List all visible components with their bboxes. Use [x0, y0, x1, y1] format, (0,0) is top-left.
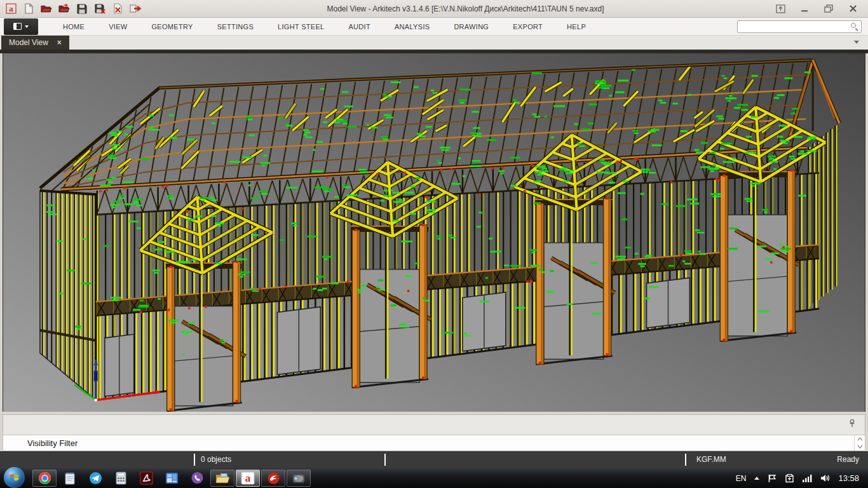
menu-item-settings[interactable]: SETTINGS [205, 18, 266, 35]
taskbar-app-red-media-app[interactable] [261, 470, 285, 487]
menu-item-home[interactable]: HOME [51, 18, 97, 35]
app-menu-icon [13, 23, 22, 30]
open-file-icon[interactable] [41, 3, 52, 15]
menu-item-help[interactable]: HELP [555, 18, 598, 35]
new-file-icon[interactable] [23, 3, 34, 15]
taskbar-app-game-app[interactable] [287, 470, 311, 487]
tab-model-view[interactable]: Model View × [1, 36, 69, 50]
volume-icon[interactable] [820, 474, 830, 482]
search-input[interactable] [737, 20, 862, 33]
statusbar-separator [194, 454, 195, 466]
taskbar-apps: a [32, 470, 311, 487]
start-button[interactable] [4, 467, 25, 488]
import-file-icon[interactable] [58, 3, 70, 15]
windows-update-icon[interactable] [785, 474, 794, 483]
window-controls [775, 4, 868, 13]
pin-icon[interactable] [848, 419, 856, 428]
menu-item-geometry[interactable]: GEOMETRY [140, 18, 205, 35]
search-box [737, 20, 862, 33]
model-viewport[interactable] [3, 53, 865, 412]
scroll-up-icon[interactable] [855, 435, 865, 443]
menu-item-view[interactable]: VIEW [97, 18, 139, 35]
taskbar-app-acrobat[interactable] [134, 470, 158, 487]
menu-item-drawing[interactable]: DRAWING [442, 18, 501, 35]
statusbar-separator [384, 454, 386, 466]
taskbar-app-explorer[interactable] [210, 470, 234, 487]
export-file-icon[interactable] [130, 3, 141, 15]
menu-item-light-steel[interactable]: LIGHT STEEL [266, 18, 336, 35]
hidden-icons-chevron-icon[interactable] [754, 477, 759, 480]
system-tray: EN 13:58 [736, 473, 868, 483]
menu-item-audit[interactable]: AUDIT [336, 18, 383, 35]
bottom-dock-panel [3, 414, 865, 435]
save-as-icon[interactable] [94, 3, 105, 15]
tab-list-dropdown-icon[interactable] [854, 41, 859, 44]
status-text: Ready [837, 455, 859, 464]
units-indicator[interactable]: KGF.MM [696, 455, 726, 464]
statusbar-separator [685, 454, 686, 466]
taskbar-app-notes[interactable] [58, 470, 82, 487]
chevron-down-icon [25, 25, 29, 28]
search-icon[interactable] [851, 23, 858, 30]
windows-logo-icon [9, 472, 20, 483]
taskbar-app-chrome[interactable] [32, 470, 57, 487]
panel-spinner [854, 435, 865, 451]
network-signal-icon[interactable] [803, 474, 812, 482]
status-bar: 0 objects KGF.MM Ready [0, 451, 868, 468]
taskbar-app-viber[interactable] [185, 470, 209, 487]
minimize-icon[interactable] [799, 4, 810, 13]
restore-icon[interactable] [824, 4, 834, 13]
float-window-icon[interactable] [775, 4, 785, 13]
steel-frame-model [3, 53, 865, 412]
menu-bar: HOMEVIEWGEOMETRYSETTINGSLIGHT STEELAUDIT… [0, 18, 868, 36]
close-file-icon[interactable] [112, 3, 123, 15]
tab-bar: Model View × [0, 36, 868, 50]
quick-access-toolbar: a [0, 3, 156, 15]
selection-count: 0 objects [201, 455, 231, 464]
save-icon[interactable] [76, 3, 88, 15]
arkitech-logo-icon[interactable]: a [5, 3, 17, 15]
visibility-filter-row[interactable]: Visibility Filter [3, 435, 865, 451]
scroll-down-icon[interactable] [855, 443, 865, 451]
language-indicator[interactable]: EN [736, 474, 747, 483]
title-bar: a Model View - Arkitech v3.1.4.6 [E:\V.N… [0, 0, 868, 18]
app-menu-button[interactable] [4, 18, 38, 35]
tab-label: Model View [9, 38, 48, 47]
main-menu: HOMEVIEWGEOMETRYSETTINGSLIGHT STEELAUDIT… [51, 18, 598, 35]
taskbar-app-blue-tiles-app[interactable] [159, 470, 184, 487]
visibility-filter-label: Visibility Filter [3, 438, 78, 448]
taskbar-app-calculator[interactable] [109, 470, 133, 487]
taskbar-app-arkitech[interactable]: a [236, 470, 260, 487]
tab-close-icon[interactable]: × [57, 38, 62, 47]
close-icon[interactable] [848, 4, 858, 13]
taskbar: a EN 13:58 [0, 468, 868, 488]
menu-item-export[interactable]: EXPORT [501, 18, 555, 35]
svg-text:a: a [9, 4, 13, 13]
taskbar-app-telegram[interactable] [83, 470, 107, 487]
menu-item-analysis[interactable]: ANALYSIS [383, 18, 442, 35]
window-title: Model View - Arkitech v3.1.4.6 [E:\V.N.N… [156, 4, 775, 13]
svg-text:a: a [245, 472, 251, 484]
action-center-flag-icon[interactable] [768, 474, 776, 483]
app-window: a Model View - Arkitech v3.1.4.6 [E:\V.N… [0, 0, 868, 488]
clock[interactable]: 13:58 [838, 473, 859, 483]
